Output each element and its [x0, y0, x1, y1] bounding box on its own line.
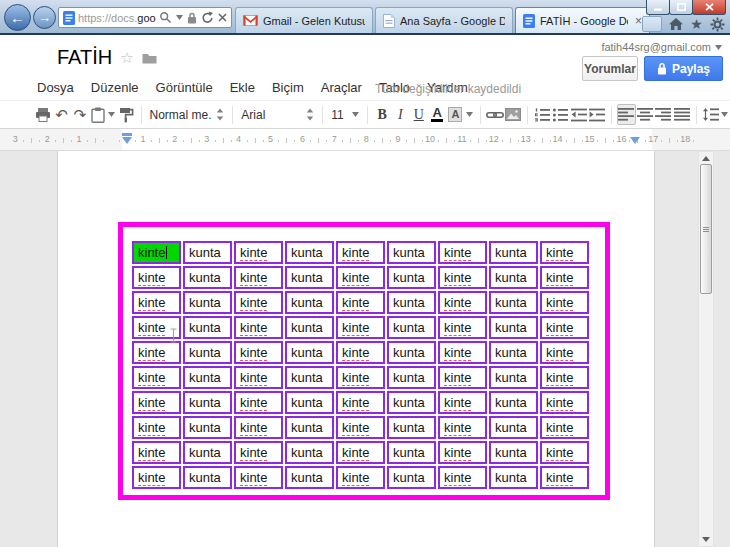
- refresh-icon[interactable]: [201, 11, 214, 24]
- table-cell[interactable]: kinte: [132, 241, 181, 264]
- table-cell[interactable]: kinte: [234, 391, 283, 414]
- table-cell[interactable]: kinte: [540, 241, 589, 264]
- table-cell[interactable]: kinte: [540, 366, 589, 389]
- table-cell[interactable]: kinte: [132, 466, 181, 489]
- table-cell[interactable]: kinte: [540, 341, 589, 364]
- table-cell[interactable]: kunta: [489, 416, 538, 439]
- caret-down-icon[interactable]: [108, 112, 115, 117]
- table-cell[interactable]: kunta: [285, 441, 334, 464]
- close-icon[interactable]: [218, 13, 227, 22]
- browser-tab-3[interactable]: FATİH - Google Doküma...×: [515, 7, 650, 33]
- table-cell[interactable]: kunta: [285, 366, 334, 389]
- table-cell[interactable]: kinte: [540, 416, 589, 439]
- table-cell[interactable]: kunta: [183, 366, 232, 389]
- table-cell[interactable]: kinte: [438, 316, 487, 339]
- underline-button[interactable]: U: [410, 104, 428, 125]
- table-cell[interactable]: kunta: [183, 341, 232, 364]
- back-button[interactable]: ←: [4, 4, 31, 31]
- browser-tab-2[interactable]: Ana Sayfa - Google Doküm...: [375, 7, 513, 33]
- table-cell[interactable]: kinte: [336, 366, 385, 389]
- gear-icon[interactable]: [709, 16, 726, 32]
- table-cell[interactable]: kinte: [234, 316, 283, 339]
- outdent-button[interactable]: [570, 104, 588, 125]
- table-cell[interactable]: kinte: [132, 416, 181, 439]
- image-button[interactable]: [504, 104, 522, 125]
- table-cell[interactable]: kinte: [234, 341, 283, 364]
- table-cell[interactable]: kunta: [183, 266, 232, 289]
- table-cell[interactable]: kinte: [438, 266, 487, 289]
- table-cell[interactable]: kunta: [489, 316, 538, 339]
- menu-dosya[interactable]: Dosya: [37, 80, 74, 95]
- table-cell[interactable]: kinte: [540, 316, 589, 339]
- comments-button[interactable]: Yorumlar: [582, 56, 638, 81]
- table-cell[interactable]: kunta: [183, 441, 232, 464]
- home-icon[interactable]: [667, 16, 684, 32]
- document-page[interactable]: kintekuntakintekuntakintekuntakintekunta…: [57, 151, 655, 547]
- table-cell[interactable]: kinte: [132, 266, 181, 289]
- star-outline-icon[interactable]: ☆: [120, 49, 133, 67]
- table-cell[interactable]: kunta: [183, 466, 232, 489]
- table-cell[interactable]: kinte: [438, 391, 487, 414]
- caret-down-icon[interactable]: [466, 112, 473, 117]
- table-cell[interactable]: kinte: [234, 441, 283, 464]
- table-cell[interactable]: kinte: [540, 291, 589, 314]
- justify-button[interactable]: [672, 104, 690, 125]
- scrollbar-thumb[interactable]: [700, 164, 712, 294]
- table-cell[interactable]: kunta: [285, 341, 334, 364]
- table-cell[interactable]: kunta: [387, 341, 436, 364]
- table-cell[interactable]: kunta: [489, 266, 538, 289]
- highlight-color-button[interactable]: A: [446, 104, 464, 125]
- size-dropdown[interactable]: 11: [328, 108, 362, 122]
- table-cell[interactable]: kunta: [387, 241, 436, 264]
- table-cell[interactable]: kunta: [183, 416, 232, 439]
- table-cell[interactable]: kinte: [336, 391, 385, 414]
- undo-button[interactable]: ↶: [52, 104, 70, 125]
- ruler[interactable]: 321123456789101112131415161718: [0, 129, 730, 151]
- table-cell[interactable]: kinte: [132, 291, 181, 314]
- table-cell[interactable]: kinte: [132, 366, 181, 389]
- table-cell[interactable]: kinte: [438, 366, 487, 389]
- new-tab-button[interactable]: [642, 16, 662, 32]
- url-text[interactable]: https://docs.google.c...: [78, 12, 156, 24]
- style-dropdown[interactable]: Normal me...: [146, 108, 227, 122]
- table-cell[interactable]: kinte: [234, 241, 283, 264]
- table-cell[interactable]: kunta: [183, 241, 232, 264]
- table-cell[interactable]: kunta: [489, 341, 538, 364]
- table-cell[interactable]: kinte: [438, 441, 487, 464]
- first-line-indent-marker[interactable]: [122, 133, 132, 136]
- account-menu[interactable]: fatih44srg@gmail.com: [601, 41, 722, 53]
- table-cell[interactable]: kunta: [387, 316, 436, 339]
- table-cell[interactable]: kinte: [336, 266, 385, 289]
- table-cell[interactable]: kunta: [387, 441, 436, 464]
- scroll-down-arrow-icon[interactable]: [702, 537, 710, 542]
- table-cell[interactable]: kinte: [336, 416, 385, 439]
- table-cell[interactable]: kinte: [234, 291, 283, 314]
- table-cell[interactable]: kunta: [489, 291, 538, 314]
- right-indent-marker[interactable]: [630, 137, 640, 144]
- table-cell[interactable]: kunta: [285, 416, 334, 439]
- table-cell[interactable]: kinte: [336, 241, 385, 264]
- print-button[interactable]: [34, 104, 52, 125]
- table-cell[interactable]: kinte: [438, 241, 487, 264]
- table-cell[interactable]: kunta: [183, 391, 232, 414]
- browser-tab-1[interactable]: Gmail - Gelen Kutusu (5) - f...: [235, 7, 373, 33]
- align-center-button[interactable]: [636, 104, 654, 125]
- table-cell[interactable]: kinte: [540, 266, 589, 289]
- table-cell[interactable]: kinte: [438, 416, 487, 439]
- table-cell[interactable]: kinte: [336, 441, 385, 464]
- left-indent-marker[interactable]: [122, 137, 132, 144]
- caret-down[interactable]: [176, 15, 183, 20]
- document-title[interactable]: FATİH: [57, 46, 112, 69]
- scroll-up-arrow-icon[interactable]: [702, 156, 710, 161]
- bullet-list-button[interactable]: [551, 104, 569, 125]
- forward-button[interactable]: →: [33, 6, 56, 29]
- table-cell[interactable]: kunta: [387, 391, 436, 414]
- line-spacing-button[interactable]: [702, 104, 720, 125]
- table-cell[interactable]: kunta: [489, 466, 538, 489]
- close-button[interactable]: [692, 0, 726, 15]
- numbered-list-button[interactable]: [533, 104, 551, 125]
- table-cell[interactable]: kinte: [234, 266, 283, 289]
- table-cell[interactable]: kinte: [234, 416, 283, 439]
- table-cell[interactable]: kunta: [489, 441, 538, 464]
- minimize-button[interactable]: [646, 0, 670, 15]
